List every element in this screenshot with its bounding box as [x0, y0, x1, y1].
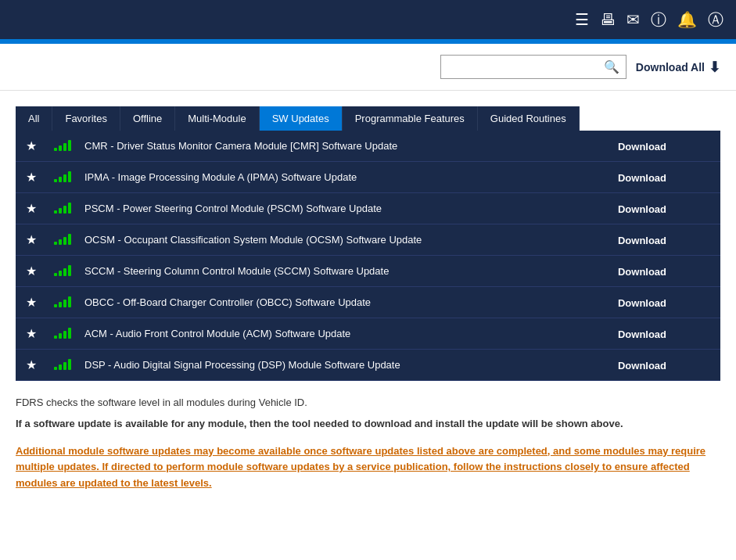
table-row: ★ IPMA - Image Processing Module A (IPMA…	[16, 162, 720, 193]
tab-favorites[interactable]: Favorites	[52, 106, 120, 131]
mail-icon[interactable]: ✉	[626, 10, 640, 29]
sw-updates-table: ★ CMR - Driver Status Monitor Camera Mod…	[16, 131, 720, 381]
module-name: OCSM - Occupant Classification System Mo…	[78, 224, 564, 256]
signal-bars-icon	[54, 138, 71, 151]
module-name: ACM - Audio Front Control Module (ACM) S…	[78, 318, 564, 350]
tab-sw-updates[interactable]: SW Updates	[260, 106, 343, 131]
table-row: ★ OBCC - Off-Board Charger Controller (O…	[16, 287, 720, 318]
download-cell: Download	[564, 350, 720, 381]
download-button[interactable]: Download	[618, 203, 666, 215]
help-icon[interactable]: ⓘ	[651, 9, 666, 31]
main-content: All Favorites Offline Multi-Module SW Up…	[0, 91, 736, 508]
notes-section: FDRS checks the software level in all mo…	[16, 395, 720, 492]
signal-indicator	[47, 350, 78, 381]
download-cell: Download	[564, 193, 720, 224]
star-button[interactable]: ★	[26, 326, 37, 341]
signal-bars-icon	[54, 357, 71, 370]
table-row: ★ CMR - Driver Status Monitor Camera Mod…	[16, 131, 720, 162]
note-warning: Additional module software updates may b…	[16, 443, 720, 492]
table-row: ★ OCSM - Occupant Classification System …	[16, 224, 720, 256]
header-area: 🔍 Download All ⬇	[0, 44, 736, 91]
menu-icon[interactable]: ☰	[575, 10, 589, 29]
module-name: OBCC - Off-Board Charger Controller (OBC…	[78, 287, 564, 318]
download-cell: Download	[564, 256, 720, 287]
signal-bars-icon	[54, 170, 71, 182]
search-input[interactable]	[441, 57, 598, 77]
star-button[interactable]: ★	[26, 201, 37, 216]
download-cell: Download	[564, 224, 720, 256]
star-button[interactable]: ★	[26, 295, 37, 310]
tab-multi-module[interactable]: Multi-Module	[175, 106, 259, 131]
search-button[interactable]: 🔍	[598, 56, 626, 78]
download-button[interactable]: Download	[618, 266, 666, 278]
download-button[interactable]: Download	[618, 235, 666, 246]
download-cell: Download	[564, 131, 720, 162]
download-button[interactable]: Download	[618, 360, 666, 372]
user-icon[interactable]: Ⓐ	[708, 9, 723, 31]
download-all-icon: ⬇	[709, 59, 720, 76]
table-row: ★ PSCM - Power Steering Control Module (…	[16, 193, 720, 224]
table-row: ★ DSP - Audio Digital Signal Processing …	[16, 350, 720, 381]
tab-bar: All Favorites Offline Multi-Module SW Up…	[16, 106, 720, 131]
signal-indicator	[47, 287, 78, 318]
table-row: ★ ACM - Audio Front Control Module (ACM)…	[16, 318, 720, 350]
signal-bars-icon	[54, 295, 71, 307]
signal-indicator	[47, 318, 78, 350]
star-button[interactable]: ★	[26, 264, 37, 278]
download-button[interactable]: Download	[618, 328, 666, 340]
note-line1: FDRS checks the software level in all mo…	[16, 395, 720, 411]
top-nav: ☰ 🖶 ✉ ⓘ 🔔 Ⓐ	[0, 0, 736, 39]
star-button[interactable]: ★	[26, 138, 37, 153]
signal-bars-icon	[54, 264, 71, 276]
download-cell: Download	[564, 162, 720, 193]
search-container: 🔍	[440, 55, 626, 79]
signal-indicator	[47, 131, 78, 162]
tab-offline[interactable]: Offline	[120, 106, 175, 131]
signal-indicator	[47, 193, 78, 224]
bell-icon[interactable]: 🔔	[677, 10, 697, 29]
print-icon[interactable]: 🖶	[600, 11, 616, 29]
star-button[interactable]: ★	[26, 232, 37, 247]
download-button[interactable]: Download	[618, 141, 666, 153]
signal-indicator	[47, 224, 78, 256]
module-name: CMR - Driver Status Monitor Camera Modul…	[78, 131, 564, 162]
signal-indicator	[47, 162, 78, 193]
signal-indicator	[47, 256, 78, 287]
tab-guided-routines[interactable]: Guided Routines	[478, 106, 580, 131]
signal-bars-icon	[54, 326, 71, 339]
download-all-button[interactable]: Download All ⬇	[636, 59, 720, 76]
signal-bars-icon	[54, 232, 71, 245]
signal-bars-icon	[54, 201, 71, 214]
download-button[interactable]: Download	[618, 172, 666, 184]
tab-programmable-features[interactable]: Programmable Features	[343, 106, 478, 131]
module-name: DSP - Audio Digital Signal Processing (D…	[78, 350, 564, 381]
download-cell: Download	[564, 318, 720, 350]
module-name: SCCM - Steering Column Control Module (S…	[78, 256, 564, 287]
module-name: PSCM - Power Steering Control Module (PS…	[78, 193, 564, 224]
download-button[interactable]: Download	[618, 297, 666, 309]
star-button[interactable]: ★	[26, 357, 37, 372]
module-name: IPMA - Image Processing Module A (IPMA) …	[78, 162, 564, 193]
download-cell: Download	[564, 287, 720, 318]
download-all-label: Download All	[636, 61, 705, 74]
star-button[interactable]: ★	[26, 170, 37, 185]
note-line2: If a software update is available for an…	[16, 416, 720, 433]
tab-all[interactable]: All	[16, 106, 52, 131]
table-row: ★ SCCM - Steering Column Control Module …	[16, 256, 720, 287]
